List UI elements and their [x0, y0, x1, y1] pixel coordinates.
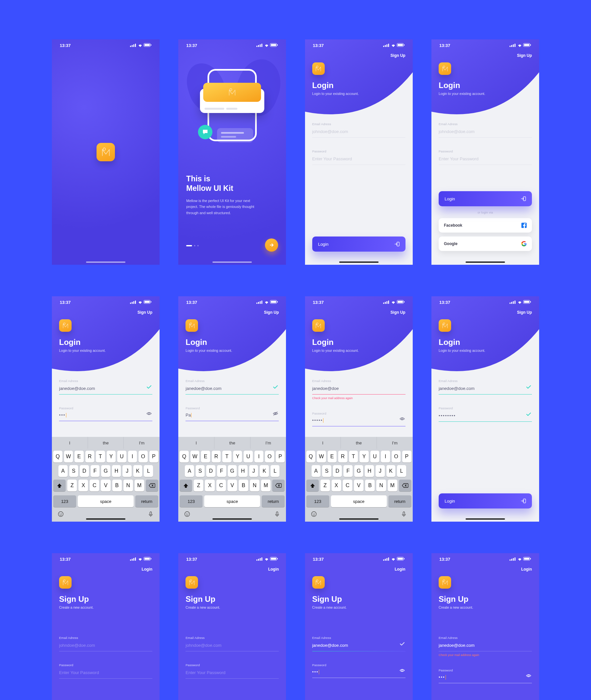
key-X[interactable]: X [78, 480, 88, 491]
email-field[interactable] [59, 386, 152, 395]
key-X[interactable]: X [332, 480, 341, 491]
email-field[interactable] [312, 129, 405, 138]
key-space[interactable]: space [204, 495, 260, 507]
emoji-icon[interactable] [184, 511, 190, 518]
key-123[interactable]: 123 [180, 495, 203, 507]
password-field[interactable] [439, 413, 532, 422]
key-return[interactable]: return [262, 495, 285, 507]
key-Z[interactable]: Z [194, 480, 203, 491]
key-X[interactable]: X [205, 480, 214, 491]
key-P[interactable]: P [149, 451, 158, 463]
key-W[interactable]: W [64, 451, 73, 463]
suggestion[interactable]: the [214, 437, 251, 449]
key-A[interactable]: A [185, 465, 194, 477]
dot-1[interactable] [186, 245, 192, 246]
key-K[interactable]: K [133, 465, 142, 477]
page-dots[interactable] [186, 245, 199, 246]
password-field[interactable] [186, 670, 279, 679]
key-T[interactable]: T [222, 451, 232, 463]
suggestion[interactable]: I [305, 437, 341, 449]
key-D[interactable]: D [206, 465, 215, 477]
suggestion[interactable]: the [88, 437, 124, 449]
login-button[interactable]: Login [439, 191, 532, 206]
key-G[interactable]: G [101, 465, 110, 477]
key-T[interactable]: T [349, 451, 358, 463]
key-N[interactable]: N [250, 480, 259, 491]
key-space[interactable]: space [331, 495, 387, 507]
key-K[interactable]: K [386, 465, 396, 477]
suggestion[interactable]: the [341, 437, 377, 449]
key-C[interactable]: C [216, 480, 226, 491]
key-123[interactable]: 123 [306, 495, 329, 507]
suggestion[interactable]: I'm [377, 437, 413, 449]
eye-icon[interactable] [400, 416, 405, 422]
login-link[interactable]: Login [141, 567, 152, 572]
dot-3[interactable] [197, 245, 199, 246]
key-shift[interactable] [180, 480, 192, 491]
password-field[interactable]: ••••• [312, 418, 405, 426]
key-shift[interactable] [53, 480, 66, 491]
login-button[interactable]: Login [312, 236, 405, 252]
facebook-button[interactable]: Facebook [439, 218, 532, 233]
key-A[interactable]: A [312, 465, 321, 477]
email-field[interactable] [59, 643, 152, 651]
mic-icon[interactable] [148, 511, 154, 518]
key-J[interactable]: J [376, 465, 385, 477]
key-E[interactable]: E [201, 451, 210, 463]
key-I[interactable]: I [381, 451, 390, 463]
key-Q[interactable]: Q [180, 451, 189, 463]
key-F[interactable]: F [343, 465, 353, 477]
key-E[interactable]: E [74, 451, 84, 463]
keyboard[interactable]: I the I'm QWERTYUIOPASDFGHJKLZXCVBNM 123… [52, 437, 159, 522]
key-G[interactable]: G [228, 465, 237, 477]
password-field[interactable] [312, 156, 405, 165]
key-space[interactable]: space [78, 495, 134, 507]
suggestion[interactable]: I [178, 437, 214, 449]
key-delete[interactable] [272, 480, 285, 491]
key-D[interactable]: D [80, 465, 89, 477]
key-R[interactable]: R [338, 451, 347, 463]
login-link[interactable]: Login [268, 567, 279, 572]
password-field[interactable] [439, 156, 532, 165]
key-shift[interactable] [306, 480, 319, 491]
key-R[interactable]: R [212, 451, 221, 463]
key-F[interactable]: F [217, 465, 226, 477]
login-link[interactable]: Login [395, 567, 405, 572]
key-L[interactable]: L [144, 465, 153, 477]
key-O[interactable]: O [139, 451, 148, 463]
key-A[interactable]: A [58, 465, 68, 477]
key-K[interactable]: K [260, 465, 269, 477]
key-S[interactable]: S [322, 465, 331, 477]
password-field[interactable]: ••• [439, 675, 532, 683]
key-B[interactable]: B [365, 480, 375, 491]
key-O[interactable]: O [392, 451, 401, 463]
email-field[interactable] [439, 643, 532, 651]
key-H[interactable]: H [112, 465, 121, 477]
key-B[interactable]: B [239, 480, 248, 491]
key-delete[interactable] [399, 480, 411, 491]
suggestion[interactable]: I [52, 437, 88, 449]
key-M[interactable]: M [388, 480, 397, 491]
signup-link[interactable]: Sign Up [138, 310, 152, 315]
dot-2[interactable] [194, 245, 195, 246]
keyboard[interactable]: I the I'm QWERTYUIOPASDFGHJKLZXCVBNM 123… [178, 437, 286, 522]
key-W[interactable]: W [317, 451, 326, 463]
signup-link[interactable]: Sign Up [517, 53, 532, 58]
key-Y[interactable]: Y [107, 451, 116, 463]
key-Y[interactable]: Y [359, 451, 369, 463]
key-P[interactable]: P [402, 451, 411, 463]
key-U[interactable]: U [370, 451, 380, 463]
key-Q[interactable]: Q [306, 451, 316, 463]
emoji-icon[interactable] [311, 511, 317, 518]
key-H[interactable]: H [365, 465, 374, 477]
mic-icon[interactable] [274, 511, 280, 518]
key-I[interactable]: I [128, 451, 137, 463]
key-Z[interactable]: Z [320, 480, 330, 491]
key-C[interactable]: C [343, 480, 352, 491]
login-link[interactable]: Login [521, 567, 532, 572]
signup-link[interactable]: Sign Up [517, 310, 532, 315]
key-M[interactable]: M [135, 480, 144, 491]
key-delete[interactable] [146, 480, 158, 491]
suggestion[interactable]: I'm [124, 437, 159, 449]
key-M[interactable]: M [261, 480, 271, 491]
